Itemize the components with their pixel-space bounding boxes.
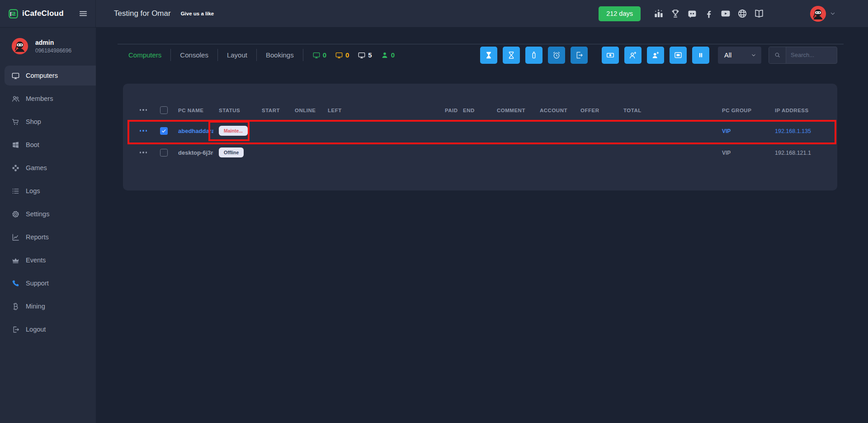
pause-button[interactable] (692, 47, 709, 64)
sidebar-nav: ComputersMembersShopBootGamesLogsSetting… (0, 66, 96, 339)
sidebar-user: admin 096184986696 (0, 38, 96, 55)
row-menu-icon[interactable] (140, 130, 147, 132)
column-header-pc-name: PC NAME (178, 108, 204, 113)
cell-ip: IP ADDRESS (769, 106, 828, 114)
youtube-icon[interactable] (720, 8, 731, 19)
topbar-icon-links (653, 8, 764, 19)
toolbar-row: ComputersConsolesLayoutBookings 0050 All (118, 44, 844, 66)
sidebar-item-boot[interactable]: Boot (5, 135, 96, 155)
column-header-comment: COMMENT (497, 108, 525, 113)
status-badge[interactable]: Mainte... (219, 126, 248, 136)
reports-icon (11, 233, 26, 242)
counter-monitor-0: 0 (312, 51, 326, 59)
counter-person-3: 0 (381, 51, 395, 59)
sidebar-item-reports[interactable]: Reports (5, 227, 96, 247)
sidebar-item-computers[interactable]: Computers (5, 66, 96, 86)
tab-computers[interactable]: Computers (119, 49, 171, 61)
sidebar-item-label: Members (26, 95, 53, 102)
hourglass-outline-button[interactable] (503, 47, 520, 64)
sidebar-item-settings[interactable]: Settings (5, 204, 96, 224)
sidebar-item-label: Logout (26, 326, 46, 333)
filter-select[interactable]: All (718, 47, 761, 64)
add-member-button[interactable] (624, 47, 642, 64)
cell-checkbox (155, 106, 173, 114)
status-counters: 0050 (312, 51, 395, 59)
settings-icon (11, 210, 26, 219)
search-input[interactable] (786, 47, 837, 63)
documentation-icon[interactable] (754, 8, 764, 19)
topbar: iCafeCloud Testing for Omar Give us a li… (0, 0, 868, 28)
cafe-title: Testing for Omar (114, 9, 171, 18)
brand-area: iCafeCloud (0, 0, 96, 27)
sidebar-item-mining[interactable]: Mining (5, 296, 96, 316)
alarm-clock-button[interactable] (548, 47, 565, 64)
globe-icon[interactable] (737, 8, 748, 19)
row-menu-icon[interactable] (140, 109, 147, 111)
sign-out-button[interactable] (571, 47, 588, 64)
pc-name-link[interactable]: abedhaddara (178, 128, 213, 134)
chevron-down-icon (750, 52, 757, 58)
sidebar-item-logs[interactable]: Logs (5, 181, 96, 201)
discord-icon[interactable] (687, 8, 698, 19)
cell-actions (132, 109, 155, 111)
sidebar-item-label: Logs (26, 187, 40, 195)
cell-checkbox (155, 127, 173, 135)
pc-group-value: VIP (722, 150, 731, 156)
admin-phone: 096184986696 (35, 48, 71, 54)
admin-name: admin (35, 39, 71, 46)
sidebar-item-logout[interactable]: Logout (5, 319, 96, 339)
shop-icon (11, 118, 26, 126)
logout-icon (11, 325, 26, 334)
tab-bookings[interactable]: Bookings (257, 49, 303, 61)
add-guest-button[interactable] (647, 47, 664, 64)
monitor-icon (312, 51, 321, 59)
sidebar-item-games[interactable]: Games (5, 158, 96, 178)
pc-name-link[interactable]: desktop-6j3rg... (178, 149, 213, 156)
hourglass-filled-button[interactable] (480, 47, 497, 64)
select-all-checkbox[interactable] (160, 106, 168, 114)
column-header-end: END (463, 108, 475, 113)
column-header-pc-group: PC GROUP (722, 108, 751, 113)
toolbar-buttons (475, 47, 709, 64)
ranking-icon[interactable] (653, 8, 664, 19)
column-header-start: START (262, 108, 280, 113)
monitor-icon (358, 51, 366, 59)
counter-value: 0 (391, 51, 395, 59)
table-row-1: desktop-6j3rg...OfflineVIP192.168.121.1 (132, 142, 828, 163)
cell-status: Mainte... (213, 126, 256, 136)
sidebar: admin 096184986696 ComputersMembersShopB… (0, 28, 96, 423)
cell-comment: COMMENT (491, 106, 534, 114)
cash-button[interactable] (602, 47, 619, 64)
support-icon (11, 279, 26, 288)
tab-layout[interactable]: Layout (218, 49, 257, 61)
sidebar-item-shop[interactable]: Shop (5, 112, 96, 132)
filter-value: All (724, 52, 731, 59)
hamburger-menu-icon[interactable] (78, 9, 88, 19)
cell-status: STATUS (213, 106, 256, 114)
games-icon (11, 164, 26, 172)
sidebar-item-events[interactable]: Events (5, 250, 96, 270)
cell-checkbox (155, 149, 173, 157)
sidebar-item-label: Support (26, 280, 49, 287)
row-checkbox[interactable] (160, 149, 168, 157)
give-us-a-like-link[interactable]: Give us a like (181, 11, 214, 16)
license-days-button[interactable]: 212 days (599, 6, 641, 21)
cell-paid: PAID (439, 106, 458, 114)
sidebar-item-support[interactable]: Support (5, 273, 96, 293)
icafecloud-logo-icon (8, 9, 19, 19)
row-menu-icon[interactable] (140, 152, 147, 153)
trophy-icon[interactable] (670, 8, 681, 19)
status-badge[interactable]: Offline (219, 147, 244, 157)
cell-offer: OFFER (575, 106, 618, 114)
tab-consoles[interactable]: Consoles (171, 49, 218, 61)
ip-address-value: 192.168.121.1 (775, 150, 811, 156)
sidebar-item-members[interactable]: Members (5, 89, 96, 109)
column-header-ip: IP ADDRESS (775, 108, 809, 113)
row-checkbox[interactable] (160, 127, 168, 135)
battery-button[interactable] (525, 47, 542, 64)
account-menu[interactable] (810, 5, 836, 22)
facebook-icon[interactable] (703, 8, 714, 19)
cell-pc-group: PC GROUP (717, 106, 769, 114)
screenshot-button[interactable] (670, 47, 687, 64)
cell-status: Offline (213, 147, 256, 157)
